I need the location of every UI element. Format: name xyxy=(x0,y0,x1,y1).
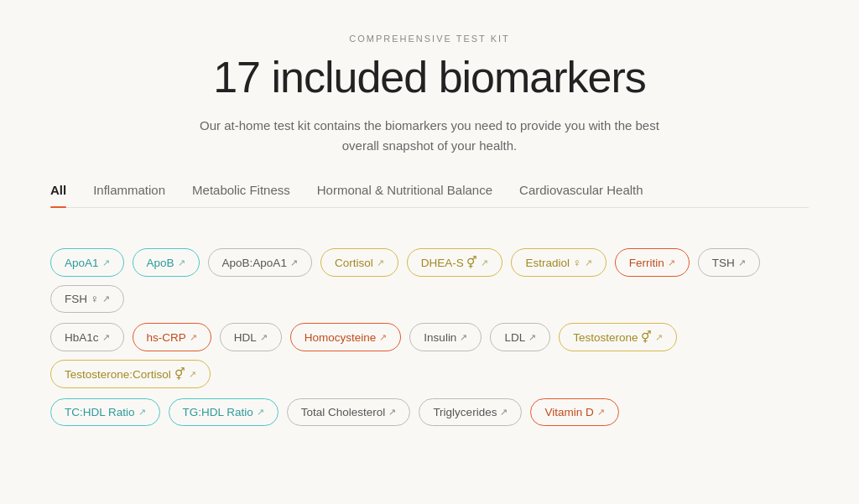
tab-hormonal-nutritional[interactable]: Hormonal & Nutritional Balance xyxy=(317,183,492,207)
arrow-icon: ↗ xyxy=(178,257,185,268)
tab-all[interactable]: All xyxy=(50,183,66,207)
arrow-icon: ↗ xyxy=(377,257,384,268)
badge-tghdl-ratio[interactable]: TG:HDL Ratio ↗ xyxy=(169,398,279,426)
tab-cardiovascular[interactable]: Cardiovascular Health xyxy=(519,183,643,207)
badge-homocysteine[interactable]: Homocysteine ↗ xyxy=(290,323,402,351)
arrow-icon: ↗ xyxy=(102,332,110,343)
badge-estradiol[interactable]: Estradiol ♀ ↗ xyxy=(511,248,606,277)
badge-tchdl-ratio[interactable]: TC:HDL Ratio ↗ xyxy=(50,398,160,426)
badge-ferritin[interactable]: Ferritin ↗ xyxy=(615,248,690,277)
badge-hba1c[interactable]: HbA1c ↗ xyxy=(50,323,124,351)
badge-apob[interactable]: ApoB ↗ xyxy=(133,248,200,277)
badge-testosterone-cortisol[interactable]: Testosterone:Cortisol ⚥ ↗ xyxy=(50,360,211,388)
arrow-icon: ↗ xyxy=(585,257,592,268)
biomarkers-section: ApoA1 ↗ ApoB ↗ ApoB:ApoA1 ↗ Cortisol ↗ D… xyxy=(50,228,809,426)
badge-apob-apoa1[interactable]: ApoB:ApoA1 ↗ xyxy=(208,248,312,277)
arrow-icon: ↗ xyxy=(655,332,663,343)
main-title: 17 included biomarkers xyxy=(50,52,809,102)
subtitle: Our at-home test kit contains the biomar… xyxy=(195,116,664,156)
badge-apoa1[interactable]: ApoA1 ↗ xyxy=(50,248,124,277)
badge-triglycerides[interactable]: Triglycerides ↗ xyxy=(419,398,522,426)
arrow-icon: ↗ xyxy=(528,332,536,343)
arrow-icon: ↗ xyxy=(290,257,298,268)
kit-label: COMPREHENSIVE TEST KIT xyxy=(50,34,809,44)
badge-insulin[interactable]: Insulin ↗ xyxy=(409,323,482,351)
page-container: COMPREHENSIVE TEST KIT 17 included bioma… xyxy=(0,0,859,470)
badge-cortisol[interactable]: Cortisol ↗ xyxy=(320,248,398,277)
tabs-bar: All Inflammation Metabolic Fitness Hormo… xyxy=(50,183,809,208)
badge-hdl[interactable]: HDL ↗ xyxy=(220,323,282,351)
arrow-icon: ↗ xyxy=(481,257,488,268)
tabs-section: All Inflammation Metabolic Fitness Hormo… xyxy=(50,183,809,208)
badge-tsh[interactable]: TSH ↗ xyxy=(698,248,760,277)
badge-vitamin-d[interactable]: Vitamin D ↗ xyxy=(530,398,618,426)
arrow-icon: ↗ xyxy=(460,332,467,343)
badge-fsh[interactable]: FSH ♀ ↗ xyxy=(50,285,124,313)
arrow-icon: ↗ xyxy=(102,294,110,304)
tab-metabolic-fitness[interactable]: Metabolic Fitness xyxy=(192,183,290,207)
arrow-icon: ↗ xyxy=(738,257,746,268)
biomarker-row-1: ApoA1 ↗ ApoB ↗ ApoB:ApoA1 ↗ Cortisol ↗ D… xyxy=(50,248,809,313)
arrow-icon: ↗ xyxy=(189,369,196,380)
arrow-icon: ↗ xyxy=(190,332,197,343)
arrow-icon: ↗ xyxy=(257,407,264,418)
badge-testosterone[interactable]: Testosterone ⚥ ↗ xyxy=(559,323,677,351)
badge-dheas[interactable]: DHEA-S ⚥ ↗ xyxy=(407,248,503,277)
arrow-icon: ↗ xyxy=(379,332,387,343)
badge-hs-crp[interactable]: hs-CRP ↗ xyxy=(133,323,211,351)
arrow-icon: ↗ xyxy=(102,257,110,268)
arrow-icon: ↗ xyxy=(260,332,268,343)
header-section: COMPREHENSIVE TEST KIT 17 included bioma… xyxy=(50,34,809,156)
arrow-icon: ↗ xyxy=(668,257,675,268)
arrow-icon: ↗ xyxy=(500,407,508,418)
arrow-icon: ↗ xyxy=(138,407,146,418)
arrow-icon: ↗ xyxy=(388,407,396,418)
biomarker-row-2: HbA1c ↗ hs-CRP ↗ HDL ↗ Homocysteine ↗ In… xyxy=(50,323,809,388)
badge-total-cholesterol[interactable]: Total Cholesterol ↗ xyxy=(287,398,411,426)
badge-ldl[interactable]: LDL ↗ xyxy=(490,323,550,351)
arrow-icon: ↗ xyxy=(597,407,605,418)
tab-inflammation[interactable]: Inflammation xyxy=(93,183,165,207)
biomarker-row-3: TC:HDL Ratio ↗ TG:HDL Ratio ↗ Total Chol… xyxy=(50,398,809,426)
